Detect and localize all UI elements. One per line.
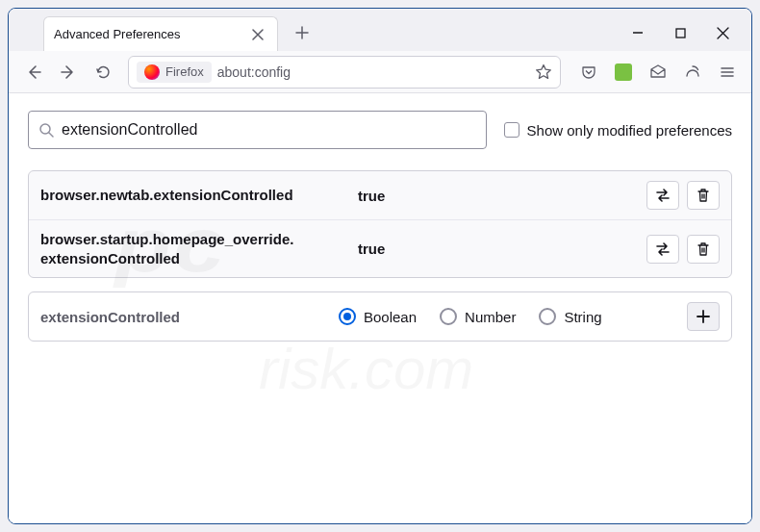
trash-icon	[697, 241, 710, 257]
bookmark-button[interactable]	[535, 63, 552, 81]
radio-icon	[440, 308, 457, 325]
window-controls	[630, 25, 730, 40]
radio-checked-icon	[339, 308, 356, 325]
titlebar: Advanced Preferences	[9, 9, 751, 51]
close-icon	[717, 27, 729, 39]
type-radio-group: Boolean Number String	[339, 308, 687, 325]
plus-icon	[697, 310, 710, 323]
inbox-icon	[649, 63, 667, 81]
pref-row[interactable]: browser.newtab.extensionControlled true	[29, 171, 731, 220]
show-modified-label: Show only modified preferences	[527, 122, 732, 139]
tab-advanced-preferences[interactable]: Advanced Preferences	[43, 16, 278, 51]
close-tab-button[interactable]	[248, 25, 267, 44]
star-icon	[535, 63, 552, 81]
trash-icon	[697, 188, 710, 203]
pref-row[interactable]: browser.startup.homepage_override.extens…	[29, 220, 731, 277]
add-pref-button[interactable]	[687, 302, 720, 331]
search-icon	[38, 122, 54, 138]
type-boolean-label: Boolean	[364, 309, 417, 325]
browser-window: Advanced Preferences	[8, 8, 752, 524]
type-boolean-option[interactable]: Boolean	[339, 308, 417, 325]
add-pref-row: extensionControlled Boolean Number Strin…	[28, 291, 732, 342]
tab-title: Advanced Preferences	[54, 27, 181, 41]
delete-button[interactable]	[687, 235, 720, 264]
identity-label: Firefox	[165, 64, 204, 79]
close-icon	[252, 29, 264, 40]
reload-button[interactable]	[88, 57, 118, 88]
back-button[interactable]	[18, 57, 49, 88]
extension-button[interactable]	[609, 58, 638, 87]
type-string-label: String	[564, 309, 601, 325]
radio-icon	[539, 308, 556, 325]
url-text: about:config	[217, 64, 291, 80]
minimize-icon	[632, 27, 644, 38]
pref-actions	[646, 235, 720, 264]
pocket-button[interactable]	[574, 58, 603, 87]
toolbar: Firefox about:config	[9, 51, 751, 93]
reload-icon	[95, 63, 112, 80]
search-row: Show only modified preferences	[28, 111, 732, 149]
plus-icon	[295, 26, 309, 39]
pref-search-input[interactable]	[62, 121, 476, 139]
inbox-button[interactable]	[644, 58, 672, 87]
show-modified-checkbox[interactable]: Show only modified preferences	[504, 122, 732, 139]
toolbar-extensions	[574, 58, 742, 87]
type-number-option[interactable]: Number	[440, 308, 516, 325]
pref-actions	[646, 181, 720, 210]
pref-value: true	[358, 241, 646, 257]
type-string-option[interactable]: String	[539, 308, 601, 325]
arrow-right-icon	[60, 63, 77, 81]
type-number-label: Number	[465, 309, 516, 325]
pref-name: browser.startup.homepage_override.extens…	[40, 230, 358, 267]
toggle-button[interactable]	[646, 235, 679, 264]
url-bar[interactable]: Firefox about:config	[128, 56, 561, 89]
pocket-icon	[581, 64, 596, 80]
delete-button[interactable]	[687, 181, 720, 210]
minimize-button[interactable]	[630, 25, 646, 40]
new-tab-button[interactable]	[288, 18, 317, 47]
toggle-button[interactable]	[646, 181, 679, 210]
close-window-button[interactable]	[715, 25, 730, 40]
hamburger-icon	[720, 64, 735, 80]
pref-search-box[interactable]	[28, 111, 487, 149]
forward-button[interactable]	[53, 57, 84, 88]
add-pref-name: extensionControlled	[40, 309, 339, 325]
maximize-button[interactable]	[672, 25, 688, 40]
toggle-icon	[654, 189, 671, 202]
app-menu-button[interactable]	[713, 58, 742, 87]
pref-value: true	[358, 188, 646, 204]
pref-results: browser.newtab.extensionControlled true …	[28, 170, 732, 278]
svg-rect-0	[676, 29, 685, 38]
identity-box[interactable]: Firefox	[137, 62, 212, 83]
firefox-logo-icon	[144, 64, 160, 80]
maximize-icon	[675, 28, 686, 38]
account-icon	[684, 63, 701, 81]
extension-green-icon	[615, 63, 632, 81]
pref-name: browser.newtab.extensionControlled	[40, 186, 358, 205]
checkbox-icon	[504, 122, 519, 138]
toggle-icon	[654, 242, 671, 256]
arrow-left-icon	[25, 63, 42, 81]
about-config-content: Show only modified preferences browser.n…	[9, 93, 751, 523]
account-button[interactable]	[678, 58, 707, 87]
